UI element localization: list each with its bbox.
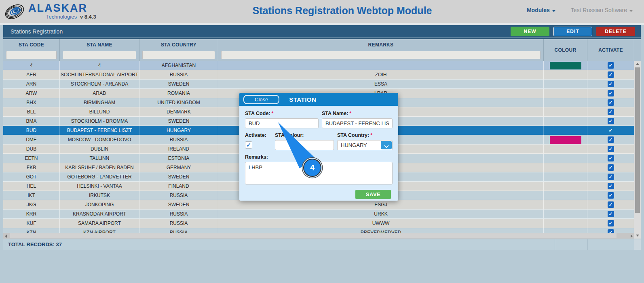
column-header-colour[interactable]: COLOUR — [544, 39, 587, 61]
chevron-down-icon — [384, 143, 389, 148]
sta-code-cell: ARW — [3, 89, 60, 98]
filter-sta-name-input[interactable] — [63, 51, 136, 59]
vertical-scrollbar[interactable] — [634, 61, 641, 239]
colour-cell — [544, 135, 587, 145]
station-modal-header: Close STATION — [239, 93, 398, 106]
select-chevron-button[interactable] — [381, 141, 392, 149]
sta-name-cell: GOTEBORG - LANDVETTER — [60, 172, 139, 182]
column-header-sta-code[interactable]: STA CODE — [3, 39, 59, 50]
scroll-right-icon[interactable] — [631, 235, 633, 238]
app-version: v 8.4.3 — [80, 14, 96, 20]
chevron-down-icon — [629, 10, 633, 12]
activate-cell: ✓ — [587, 210, 634, 219]
horizontal-scrollbar[interactable] — [3, 233, 634, 239]
sta-name-input[interactable] — [322, 118, 393, 128]
column-header-sta-name[interactable]: STA NAME — [60, 39, 139, 50]
sta-code-cell: BHX — [3, 98, 60, 107]
logo: ALASKAR Technologies v 8.4.3 — [4, 2, 96, 20]
sta-name-cell: SAMARA AIRPORT — [60, 219, 139, 228]
alaskar-swoosh-icon — [4, 3, 27, 20]
checkbox-checked-icon[interactable]: ✓ — [608, 155, 614, 161]
table-row[interactable]: ARNSTOCKHOLM - ARLANDASWEDENESSA✓ — [3, 80, 634, 89]
colour-cell — [544, 154, 587, 163]
sta-code-cell: DUB — [3, 145, 60, 154]
colour-cell — [544, 107, 587, 117]
horizontal-scrollbar-thumb[interactable] — [10, 233, 617, 238]
modules-menu[interactable]: Modules — [527, 7, 555, 13]
column-header-remarks[interactable]: REMARKS — [218, 39, 543, 50]
checkbox-checked-icon[interactable]: ✓ — [608, 164, 614, 171]
checkbox-checked-icon[interactable]: ✓ — [608, 118, 614, 124]
sta-code-cell: KRR — [3, 210, 60, 219]
chevron-down-icon — [552, 10, 555, 12]
checkbox-checked-icon[interactable]: ✓ — [608, 220, 614, 226]
table-row[interactable]: KZNKZN AIRPORTRUSSIAPREVEDMEDVED✓ — [3, 228, 634, 233]
sta-name-cell: IRKUTSK — [60, 191, 139, 200]
sta-country-cell: RUSSIA — [139, 219, 218, 228]
edit-button[interactable]: EDIT — [553, 27, 592, 36]
checkbox-checked-icon[interactable]: ✓ — [608, 71, 614, 78]
table-row[interactable]: 44AFGHANISTAN✓ — [3, 61, 634, 70]
column-header-sta-country[interactable]: STA COUNTRY — [139, 39, 218, 50]
sta-name-cell: STOCKHOLM - ARLANDA — [60, 80, 139, 89]
activate-cell: ✓ — [587, 80, 634, 89]
sta-colour-input[interactable] — [275, 140, 334, 150]
toolbar-buttons: NEWEDITDELETE — [511, 27, 635, 36]
colour-swatch — [550, 136, 581, 144]
checkbox-checked-icon[interactable]: ✓ — [608, 229, 614, 233]
filter-remarks-input[interactable] — [221, 51, 541, 59]
checkbox-checked-icon[interactable]: ✓ — [608, 201, 614, 208]
scroll-left-icon[interactable] — [5, 235, 7, 238]
activate-checkbox[interactable]: ✓ — [245, 141, 252, 149]
activate-cell: ✓ — [587, 98, 634, 107]
sta-name-cell: KRASNODAR AIRPORT — [60, 210, 139, 219]
close-button[interactable]: Close — [243, 95, 279, 104]
sta-country-cell: FINLAND — [139, 182, 218, 191]
filter-sta-code-input[interactable] — [6, 51, 57, 59]
colour-cell — [544, 126, 587, 135]
table-row[interactable]: KRRKRASNODAR AIRPORTRUSSIAURKK✓ — [3, 210, 634, 219]
sta-code-cell: IKT — [3, 191, 60, 200]
table-row[interactable]: JKGJONKOPINGSWEDENESGJ✓ — [3, 200, 634, 210]
checkbox-checked-icon[interactable]: ✓ — [608, 174, 614, 180]
sta-code-input[interactable] — [245, 118, 319, 128]
sta-country-cell: HUNGARY — [139, 126, 218, 135]
column-remarks: REMARKS — [218, 39, 544, 61]
sta-code-cell: 4 — [3, 61, 60, 70]
table-row[interactable]: AERSOCHI INTERNATIONAL AIRPORTRUSSIAZOIH… — [3, 70, 634, 80]
new-button[interactable]: NEW — [511, 27, 549, 36]
colour-cell — [544, 191, 587, 200]
checkbox-checked-icon[interactable]: ✓ — [608, 99, 614, 106]
checkbox-checked-icon[interactable]: ✓ — [608, 127, 614, 134]
sta-code-cell: AER — [3, 70, 60, 80]
checkbox-checked-icon[interactable]: ✓ — [608, 146, 614, 152]
vertical-scrollbar-thumb[interactable] — [635, 67, 640, 213]
filter-sta-country-input[interactable] — [142, 51, 215, 59]
checkbox-checked-icon[interactable]: ✓ — [608, 109, 614, 115]
sta-country-label: STA Country:* — [337, 132, 393, 138]
activate-cell: ✓ — [587, 89, 634, 98]
checkbox-checked-icon[interactable]: ✓ — [608, 90, 614, 96]
save-button[interactable]: SAVE — [355, 190, 391, 199]
checkbox-checked-icon[interactable]: ✓ — [608, 211, 614, 217]
checkbox-checked-icon[interactable]: ✓ — [608, 62, 614, 69]
colour-cell — [544, 61, 587, 70]
remarks-cell: ZOIH — [218, 70, 544, 80]
delete-button[interactable]: DELETE — [596, 27, 635, 36]
table-row[interactable]: KUFSAMARA AIRPORTRUSSIAUWWW✓ — [3, 219, 634, 228]
colour-cell — [544, 210, 587, 219]
sta-code-cell: GOT — [3, 172, 60, 182]
checkbox-checked-icon[interactable]: ✓ — [608, 192, 614, 199]
scroll-up-icon[interactable] — [636, 63, 639, 65]
checkbox-checked-icon[interactable]: ✓ — [608, 81, 614, 87]
column-header-activate[interactable]: ACTIVATE — [587, 39, 634, 61]
station-modal-title: STATION — [289, 96, 316, 103]
scroll-down-icon[interactable] — [636, 235, 639, 237]
checkbox-checked-icon[interactable]: ✓ — [608, 136, 614, 143]
activate-cell: ✓ — [587, 117, 634, 126]
sta-country-select[interactable]: HUNGARY — [337, 140, 393, 150]
checkbox-checked-icon[interactable]: ✓ — [608, 183, 614, 189]
page-title: Stations Registration Webtop Module — [253, 5, 432, 17]
colour-cell — [544, 117, 587, 126]
user-menu[interactable]: Test Russian Software — [571, 7, 633, 13]
